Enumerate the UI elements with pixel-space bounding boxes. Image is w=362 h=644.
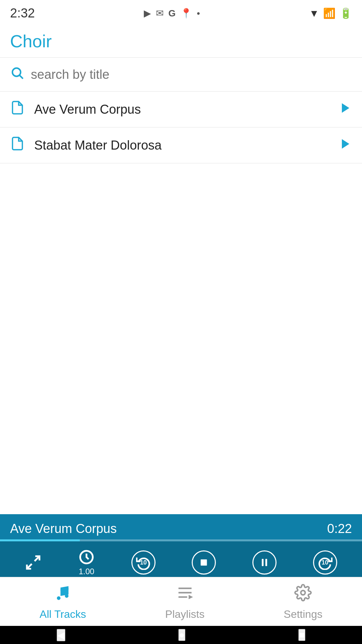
signal-icon: 📶	[323, 7, 336, 19]
track-item-2[interactable]: Stabat Mater Dolorosa	[0, 127, 362, 163]
all-tracks-icon	[54, 584, 71, 605]
wifi-icon: ▼	[309, 8, 319, 19]
search-icon	[10, 66, 24, 83]
svg-line-1	[20, 75, 23, 79]
svg-point-0	[12, 68, 21, 76]
mail-icon: ✉	[156, 8, 164, 19]
search-bar	[0, 58, 362, 92]
pause-button[interactable]	[252, 550, 277, 575]
status-right-icons: ▼ 📶 🔋	[309, 7, 352, 19]
search-input[interactable]	[31, 67, 352, 82]
now-playing-title: Ave Verum Corpus	[10, 522, 117, 536]
svg-marker-3	[342, 139, 349, 149]
stop-icon	[192, 550, 216, 575]
rewind10-button[interactable]: 10	[131, 550, 156, 575]
back-button[interactable]: ◀	[57, 629, 65, 641]
track-item-1[interactable]: Ave Verum Corpus	[0, 92, 362, 127]
google-icon: G	[168, 8, 176, 19]
track-doc-icon-2	[10, 136, 25, 154]
svg-rect-9	[265, 559, 267, 566]
speed-label: 1.00	[79, 567, 95, 576]
track-title-2: Stabat Mater Dolorosa	[34, 138, 339, 153]
playlists-label: Playlists	[165, 608, 204, 621]
nav-playlists[interactable]: Playlists	[165, 584, 204, 621]
status-time: 2:32	[10, 6, 35, 20]
svg-rect-8	[262, 559, 263, 566]
now-playing-title-row: Ave Verum Corpus 0:22	[0, 514, 362, 536]
now-playing-time: 0:22	[327, 522, 352, 536]
status-icons: ▶ ✉ G 📍 •	[144, 8, 200, 19]
play-indicator-icon: ▶	[144, 8, 151, 19]
nav-all-tracks[interactable]: All Tracks	[40, 584, 86, 621]
all-tracks-label: All Tracks	[40, 608, 86, 621]
svg-point-15	[301, 591, 305, 595]
track-play-1[interactable]	[339, 102, 352, 117]
home-button[interactable]: ●	[178, 629, 185, 641]
svg-marker-14	[188, 595, 193, 599]
nav-settings[interactable]: Settings	[284, 584, 322, 621]
settings-label: Settings	[284, 608, 322, 621]
bottom-nav: All Tracks Playlists Settings	[0, 577, 362, 626]
dot-icon: •	[197, 8, 200, 19]
forward10-icon: 10	[313, 550, 337, 575]
settings-icon	[294, 584, 312, 605]
android-nav-bar: ◀ ● ■	[0, 626, 362, 644]
track-list: Ave Verum Corpus Stabat Mater Dolorosa	[0, 92, 362, 163]
recents-button[interactable]: ■	[298, 629, 305, 641]
rewind10-icon: 10	[131, 550, 156, 575]
now-playing-bar: Ave Verum Corpus 0:22 1.00	[0, 514, 362, 584]
app-title: Choir	[0, 24, 362, 58]
speed-button[interactable]: 1.00	[78, 549, 95, 576]
location-icon: 📍	[180, 8, 192, 19]
svg-marker-2	[342, 103, 349, 113]
svg-rect-7	[201, 559, 207, 566]
playlists-icon	[176, 584, 194, 605]
track-play-2[interactable]	[339, 138, 352, 153]
forward10-button[interactable]: 10	[313, 550, 337, 575]
stop-button[interactable]	[192, 550, 216, 575]
status-bar: 2:32 ▶ ✉ G 📍 • ▼ 📶 🔋	[0, 0, 362, 24]
track-title-1: Ave Verum Corpus	[34, 102, 339, 117]
pause-icon	[252, 550, 277, 575]
battery-icon: 🔋	[340, 7, 352, 19]
expand-button[interactable]	[25, 554, 42, 571]
track-doc-icon-1	[10, 100, 25, 118]
